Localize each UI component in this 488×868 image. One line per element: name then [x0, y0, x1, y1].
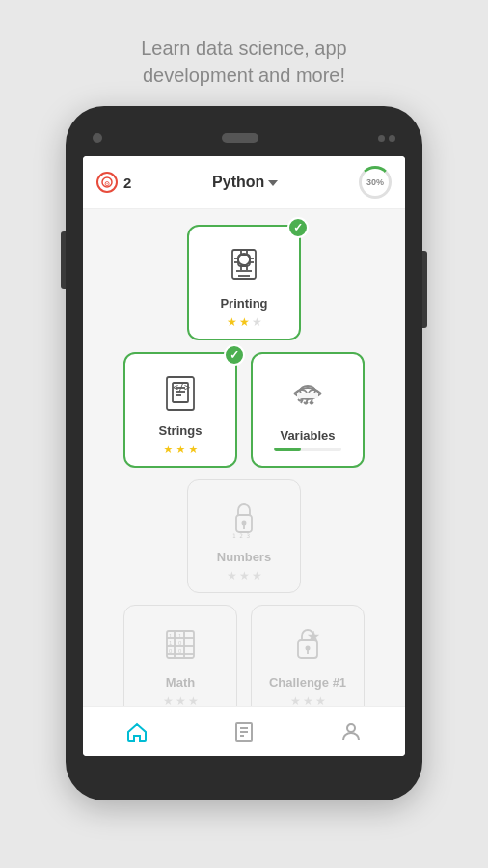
printing-icon: [219, 240, 269, 290]
nav-lessons[interactable]: [190, 707, 297, 756]
bottom-nav: [83, 706, 405, 756]
numbers-name: Numbers: [217, 550, 271, 564]
printing-name: Printing: [220, 296, 267, 311]
module-card-math[interactable]: 1 0 1 1 1 0 0 1 0 Math ★ ★ ★: [123, 605, 237, 706]
strings-icon: </>: [155, 367, 205, 418]
row-strings-variables: ✓ </> Strings: [123, 352, 365, 468]
header-left: ⊙ 2: [96, 172, 131, 193]
math-icon: 1 0 1 1 1 0 0 1 0: [155, 619, 205, 669]
star2: ★: [239, 315, 250, 329]
phone-top-bar: [66, 106, 422, 156]
challenge1-name: Challenge #1: [269, 675, 346, 690]
svg-point-35: [242, 521, 247, 526]
phone-shell: ⊙ 2 Python 30% ✓: [66, 106, 422, 800]
svg-text:1 1 0: 1 1 0: [169, 640, 182, 646]
row-math-challenge: 1 0 1 1 1 0 0 1 0 Math ★ ★ ★: [123, 605, 365, 706]
flame-icon: ⊙: [96, 172, 118, 193]
check-badge-printing: ✓: [287, 217, 309, 238]
svg-point-48: [306, 646, 311, 651]
speaker: [222, 133, 258, 143]
profile-icon: [339, 720, 363, 744]
module-card-numbers[interactable]: 1 2 3 Numbers ★ ★ ★: [187, 479, 301, 593]
sensor-dot: [378, 135, 385, 142]
chevron-down-icon: [268, 180, 278, 186]
tagline: Learn data science, app development and …: [141, 35, 347, 89]
sensors: [378, 135, 395, 142]
numbers-stars: ★ ★ ★: [227, 569, 262, 583]
module-card-variables[interactable]: Variables: [251, 352, 365, 468]
variables-progress-fill: [274, 448, 301, 451]
svg-text:0 1 0: 0 1 0: [169, 648, 182, 654]
svg-text:1 0 1: 1 0 1: [169, 633, 182, 638]
svg-rect-30: [297, 393, 318, 398]
app-content: ✓: [83, 209, 405, 706]
course-title[interactable]: Python: [212, 174, 278, 191]
svg-text:1 2 3: 1 2 3: [232, 532, 250, 539]
challenge1-icon: [283, 619, 333, 669]
home-icon: [125, 720, 149, 744]
row-printing: ✓: [187, 225, 301, 340]
check-badge-strings: ✓: [224, 344, 245, 366]
svg-text:⊙: ⊙: [104, 180, 110, 187]
page-wrapper: Learn data science, app development and …: [0, 0, 488, 868]
strings-stars: ★ ★ ★: [163, 443, 199, 456]
row-numbers: 1 2 3 Numbers ★ ★ ★: [187, 479, 301, 593]
sensor-dot-2: [389, 135, 395, 142]
variables-progress-bar: [274, 448, 341, 451]
printing-stars: ★ ★ ★: [227, 315, 262, 329]
challenge1-stars: ★ ★ ★: [290, 694, 326, 706]
camera-dot: [93, 133, 102, 143]
lessons-icon: [232, 720, 256, 744]
module-card-strings[interactable]: ✓ </> Strings: [123, 352, 237, 468]
strings-name: Strings: [159, 423, 203, 438]
variables-icon: [283, 372, 333, 422]
nav-home[interactable]: [83, 707, 190, 756]
star1: ★: [227, 315, 237, 329]
math-name: Math: [166, 675, 195, 690]
variables-name: Variables: [280, 428, 335, 443]
app-header: ⊙ 2 Python 30%: [83, 156, 405, 209]
progress-circle: 30%: [359, 166, 392, 199]
numbers-icon: 1 2 3: [219, 494, 269, 544]
svg-text:</>: </>: [173, 382, 190, 393]
module-card-printing[interactable]: ✓: [187, 225, 301, 340]
nav-profile[interactable]: [298, 707, 405, 756]
svg-point-60: [347, 724, 355, 732]
module-card-challenge1[interactable]: Challenge #1 ★ ★ ★: [251, 605, 365, 706]
screen: ⊙ 2 Python 30% ✓: [83, 156, 405, 756]
streak-count: 2: [123, 175, 131, 191]
math-stars: ★ ★ ★: [163, 694, 199, 706]
star3: ★: [252, 315, 262, 329]
